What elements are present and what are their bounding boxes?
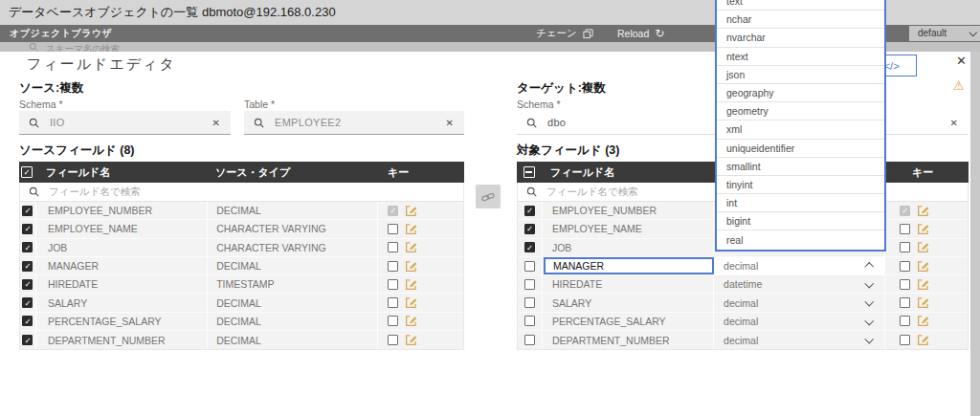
row-select-checkbox[interactable] [22, 279, 33, 290]
profile-select[interactable]: default [909, 26, 980, 41]
type-dropdown-item[interactable]: xml [717, 120, 884, 139]
row-select-checkbox[interactable] [22, 297, 33, 308]
key-checkbox[interactable] [388, 261, 398, 272]
type-select[interactable]: decimal [713, 257, 884, 274]
field-name-input[interactable] [544, 257, 714, 274]
edit-icon[interactable] [917, 334, 929, 346]
type-select[interactable]: decimal [713, 313, 884, 330]
edit-icon[interactable] [917, 241, 929, 253]
type-dropdown-item[interactable]: int [717, 194, 884, 212]
type-select[interactable]: decimal [713, 294, 884, 311]
type-dropdown-item[interactable]: tinyint [717, 176, 884, 194]
edit-icon-button[interactable] [405, 296, 417, 309]
edit-icon-button[interactable] [405, 223, 417, 235]
edit-icon[interactable] [405, 296, 417, 309]
row-select-checkbox[interactable] [22, 224, 33, 234]
key-checkbox[interactable] [388, 242, 398, 252]
key-checkbox[interactable] [388, 297, 398, 308]
row-select-checkbox[interactable] [22, 261, 33, 272]
key-checkbox[interactable] [900, 316, 910, 326]
type-dropdown-item[interactable]: geography [717, 84, 884, 102]
edit-icon[interactable] [917, 278, 929, 291]
key-checkbox[interactable] [900, 335, 910, 345]
source-field-search[interactable]: フィールド名で検索 [20, 183, 463, 202]
key-checkbox[interactable] [900, 261, 910, 272]
edit-icon[interactable] [405, 278, 417, 291]
field-type: DECIMAL [216, 260, 261, 272]
key-checkbox[interactable] [388, 224, 398, 234]
edit-icon-button[interactable] [917, 260, 929, 273]
edit-icon[interactable] [917, 296, 929, 309]
edit-icon-button[interactable] [405, 260, 417, 273]
key-checkbox[interactable] [900, 224, 910, 234]
schema-search-placeholder: スキーマ名の検索 [46, 43, 120, 52]
row-select-checkbox[interactable] [22, 335, 33, 345]
edit-icon[interactable] [405, 223, 417, 235]
select-all-indeterminate-checkbox[interactable] [523, 166, 535, 178]
edit-icon-button[interactable] [917, 223, 929, 235]
chain-button[interactable]: チェーン [536, 25, 593, 42]
row-select-checkbox[interactable] [22, 242, 33, 252]
edit-icon-button[interactable] [917, 296, 929, 309]
select-all-checkbox[interactable] [21, 166, 33, 178]
edit-icon[interactable] [917, 260, 929, 273]
edit-icon[interactable] [405, 334, 417, 346]
type-select[interactable]: datetime [713, 275, 884, 293]
edit-icon-button[interactable] [917, 278, 929, 291]
key-checkbox[interactable] [388, 206, 398, 216]
edit-icon-button[interactable] [405, 241, 417, 253]
key-checkbox[interactable] [900, 297, 910, 308]
row-select-checkbox[interactable] [22, 316, 33, 326]
clear-icon[interactable]: ✕ [212, 118, 220, 128]
edit-icon[interactable] [405, 205, 417, 217]
type-dropdown-item[interactable]: smallint [717, 158, 884, 176]
row-select-checkbox[interactable] [524, 335, 535, 345]
edit-icon-button[interactable] [405, 315, 417, 327]
edit-icon-button[interactable] [917, 241, 929, 253]
row-select-checkbox[interactable] [524, 242, 535, 252]
row-select-checkbox[interactable] [524, 261, 535, 272]
edit-icon-button[interactable] [405, 278, 417, 291]
row-select-checkbox[interactable] [22, 206, 33, 216]
edit-icon-button[interactable] [917, 205, 929, 217]
edit-icon-button[interactable] [405, 334, 417, 346]
edit-icon[interactable] [405, 260, 417, 273]
type-dropdown-item[interactable]: nvarchar [717, 29, 884, 47]
key-checkbox[interactable] [900, 279, 910, 290]
edit-icon[interactable] [917, 223, 929, 235]
edit-icon[interactable] [405, 315, 417, 327]
key-checkbox[interactable] [900, 242, 910, 252]
edit-icon-button[interactable] [917, 334, 929, 346]
type-dropdown-item[interactable]: ntext [717, 48, 884, 66]
source-table-input[interactable]: EMPLOYEE2 ✕ [244, 111, 464, 135]
type-dropdown-item[interactable]: geometry [717, 102, 884, 120]
key-checkbox[interactable] [388, 335, 398, 345]
type-dropdown-item[interactable]: json [717, 66, 884, 84]
link-fields-button[interactable] [476, 185, 501, 208]
reload-button[interactable]: Reload ↻ [617, 25, 664, 42]
row-select-checkbox[interactable] [524, 224, 535, 234]
type-select[interactable]: decimal [713, 331, 884, 349]
source-schema-input[interactable]: IIO ✕ [19, 111, 231, 135]
edit-icon-button[interactable] [405, 205, 417, 217]
type-dropdown-item[interactable]: nchar [717, 11, 884, 29]
type-dropdown-item[interactable]: bigint [717, 212, 884, 230]
close-icon[interactable]: ✕ [956, 54, 967, 68]
type-dropdown-item[interactable]: uniqueidentifier [717, 140, 884, 158]
edit-icon-button[interactable] [917, 315, 929, 327]
edit-icon[interactable] [917, 315, 929, 327]
row-select-checkbox[interactable] [524, 297, 535, 308]
key-checkbox[interactable] [900, 206, 910, 216]
type-dropdown-item[interactable]: text [717, 0, 884, 11]
key-checkbox[interactable] [388, 316, 398, 326]
edit-icon[interactable] [405, 241, 417, 253]
type-dropdown-item[interactable]: real [717, 230, 884, 249]
clear-icon[interactable]: ✕ [950, 118, 958, 128]
row-select-checkbox[interactable] [524, 316, 535, 326]
table-row: PERCENTAGE_SALARYdecimal [518, 313, 968, 331]
row-select-checkbox[interactable] [524, 206, 535, 216]
key-checkbox[interactable] [388, 279, 398, 290]
edit-icon[interactable] [917, 205, 929, 217]
row-select-checkbox[interactable] [524, 279, 535, 290]
clear-icon[interactable]: ✕ [446, 118, 454, 128]
